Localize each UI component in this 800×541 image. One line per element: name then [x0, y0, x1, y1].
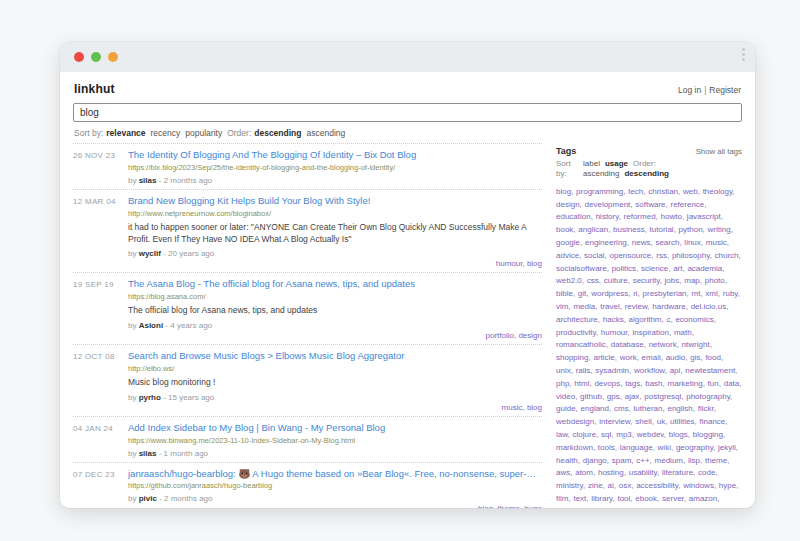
sidebar-tag-link[interactable]: ruby	[723, 289, 738, 298]
sidebar-tag-link[interactable]: health	[556, 456, 578, 465]
sidebar-tag-link[interactable]: writing	[708, 225, 731, 234]
sidebar-tag-link[interactable]: business	[613, 225, 645, 234]
sidebar-tag-link[interactable]: book	[556, 225, 573, 234]
sidebar-tag-link[interactable]: mt	[692, 289, 701, 298]
sidebar-tag-link[interactable]: ri	[633, 289, 637, 298]
sidebar-tag-link[interactable]: tool	[617, 494, 630, 503]
sidebar-tag-link[interactable]: humour	[601, 328, 628, 337]
sidebar-tag-link[interactable]: socialsoftware	[556, 264, 607, 273]
sidebar-tag-link[interactable]: algorithm	[629, 315, 662, 324]
sidebar-tag-link[interactable]: food	[705, 353, 721, 362]
sidebar-tag-link[interactable]: photography	[686, 392, 730, 401]
sidebar-tag-link[interactable]: fun	[708, 379, 719, 388]
sidebar-tag-link[interactable]: math	[674, 328, 692, 337]
sidebar-tag-link[interactable]: email	[642, 353, 661, 362]
sidebar-tag-link[interactable]: network	[649, 340, 677, 349]
sidebar-tag-link[interactable]: romancatholic	[556, 340, 606, 349]
sidebar-tag-link[interactable]: guide	[556, 404, 576, 413]
sidebar-tag-link[interactable]: inspiration	[632, 328, 668, 337]
sidebar-tag-link[interactable]: music	[706, 238, 727, 247]
sidebar-tag-link[interactable]: education	[556, 212, 591, 221]
sidebar-tag-link[interactable]: gis	[690, 353, 700, 362]
sidebar-tag-link[interactable]: google	[556, 238, 580, 247]
sidebar-tag-link[interactable]: article	[593, 353, 614, 362]
sidebar-tag-link[interactable]: law	[556, 430, 568, 439]
sidebar-tag-link[interactable]: amazon	[689, 494, 717, 503]
sidebar-tag-link[interactable]: work	[620, 353, 637, 362]
sidebar-tag-link[interactable]: news	[632, 238, 651, 247]
sidebar-tag-link[interactable]: cms	[614, 404, 629, 413]
tags-order-option-descending[interactable]: descending	[624, 169, 668, 178]
sidebar-tag-link[interactable]: wiki	[658, 443, 671, 452]
sidebar-tag-link[interactable]: django	[583, 456, 607, 465]
sidebar-tag-link[interactable]: history	[596, 212, 619, 221]
sidebar-tag-link[interactable]: linux	[684, 238, 700, 247]
entry-tag-link[interactable]: design	[518, 331, 542, 340]
sidebar-tag-link[interactable]: atom	[575, 468, 593, 477]
sidebar-tag-link[interactable]: vim	[556, 302, 568, 311]
user-link[interactable]: pivic	[139, 494, 157, 503]
sidebar-tag-link[interactable]: clojure	[573, 430, 597, 439]
sidebar-tag-link[interactable]: perl	[699, 507, 712, 508]
sidebar-tag-link[interactable]: bible	[556, 289, 573, 298]
sidebar-tag-link[interactable]: english	[667, 404, 692, 413]
entry-tag-link[interactable]: blog	[527, 403, 542, 412]
sidebar-tag-link[interactable]: library	[591, 494, 612, 503]
sidebar-tag-link[interactable]: culture	[604, 276, 628, 285]
sidebar-tag-link[interactable]: postgresql	[644, 392, 681, 401]
sidebar-tag-link[interactable]: audio	[666, 353, 686, 362]
sidebar-tag-link[interactable]: accessibility	[636, 481, 678, 490]
sidebar-tag-link[interactable]: server	[662, 494, 684, 503]
sidebar-tag-link[interactable]: rails	[576, 366, 591, 375]
sidebar-tag-link[interactable]: api	[670, 366, 681, 375]
sidebar-tag-link[interactable]: php	[556, 379, 569, 388]
sidebar-tag-link[interactable]: search	[655, 238, 679, 247]
bookmark-title-link[interactable]: janraasch/hugo-bearblog: 🐻 A Hugo theme …	[128, 468, 542, 481]
sidebar-tag-link[interactable]: shell	[635, 417, 651, 426]
login-link[interactable]: Log in	[678, 85, 701, 95]
sidebar-tag-link[interactable]: ntwright	[682, 340, 710, 349]
window-dot-yellow[interactable]	[108, 52, 118, 62]
titlebar-menu-icon[interactable]	[742, 48, 745, 61]
entry-tag-link[interactable]: blog	[527, 259, 542, 268]
sidebar-tag-link[interactable]: science	[641, 264, 668, 273]
sidebar-tag-link[interactable]: wordpress	[591, 289, 628, 298]
entry-tag-link[interactable]: music	[502, 403, 523, 412]
sidebar-tag-link[interactable]: ai	[608, 481, 614, 490]
sidebar-tag-link[interactable]: politics	[612, 264, 636, 273]
sidebar-tag-link[interactable]: marketing	[668, 379, 703, 388]
sidebar-tag-link[interactable]: advice	[556, 251, 579, 260]
sidebar-tag-link[interactable]: programming	[576, 187, 623, 196]
sidebar-tag-link[interactable]: bash	[645, 379, 662, 388]
sidebar-tag-link[interactable]: blogs	[669, 430, 688, 439]
entry-tag-link[interactable]: humour	[496, 259, 523, 268]
sidebar-tag-link[interactable]: productivity	[556, 328, 596, 337]
sidebar-tag-link[interactable]: film	[556, 494, 568, 503]
sidebar-tag-link[interactable]: hacks	[603, 315, 624, 324]
sidebar-tag-link[interactable]: usability	[629, 468, 657, 477]
sidebar-tag-link[interactable]: lutheran	[634, 404, 663, 413]
sidebar-tag-link[interactable]: media	[573, 302, 595, 311]
sidebar-tag-link[interactable]: css	[587, 276, 599, 285]
sidebar-tag-link[interactable]: hype	[719, 481, 736, 490]
window-dot-green[interactable]	[91, 52, 101, 62]
sidebar-tag-link[interactable]: webdesign	[556, 417, 594, 426]
sidebar-tag-link[interactable]: social	[584, 251, 604, 260]
sidebar-tag-link[interactable]: tutorial	[650, 225, 674, 234]
sidebar-tag-link[interactable]: christian	[648, 187, 678, 196]
sidebar-tag-link[interactable]: engineering	[585, 238, 627, 247]
sidebar-tag-link[interactable]: database	[611, 340, 644, 349]
sidebar-tag-link[interactable]: zine	[588, 481, 603, 490]
sidebar-tag-link[interactable]: code	[698, 468, 715, 477]
bookmark-title-link[interactable]: Search and Browse Music Blogs > Elbows M…	[128, 350, 542, 363]
sidebar-tag-link[interactable]: architecture	[556, 315, 598, 324]
tags-sort-option-label[interactable]: label	[583, 159, 600, 168]
sidebar-tag-link[interactable]: markdown	[556, 443, 593, 452]
sidebar-tag-link[interactable]: c++	[636, 456, 649, 465]
sidebar-tag-link[interactable]: review	[625, 302, 648, 311]
sidebar-tag-link[interactable]: blog	[556, 187, 571, 196]
sidebar-tag-link[interactable]: windows	[683, 481, 714, 490]
sidebar-tag-link[interactable]: html	[574, 379, 589, 388]
sidebar-tag-link[interactable]: github	[580, 392, 602, 401]
sidebar-tag-link[interactable]: jekyll	[718, 443, 736, 452]
